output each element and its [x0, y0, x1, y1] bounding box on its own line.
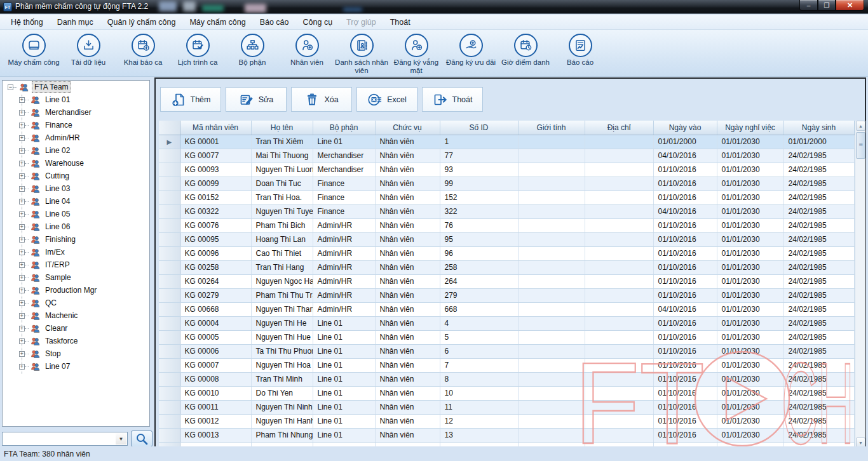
- minimize-button[interactable]: ‒: [799, 0, 818, 11]
- table-cell[interactable]: 77: [440, 149, 518, 163]
- table-cell[interactable]: KG 00668: [180, 302, 251, 316]
- action-button-2[interactable]: Sửa: [226, 87, 287, 112]
- table-cell[interactable]: Admin/HR: [313, 232, 375, 246]
- table-cell[interactable]: KG 00007: [180, 358, 251, 372]
- table-cell[interactable]: 01/10/2016: [653, 218, 717, 232]
- row-selector-cell[interactable]: [159, 204, 180, 218]
- column-header-8[interactable]: Ngày vào: [653, 121, 717, 135]
- table-cell[interactable]: [585, 372, 653, 386]
- table-cell[interactable]: Nhân viên: [375, 274, 440, 288]
- table-cell[interactable]: 322: [440, 204, 518, 218]
- table-cell[interactable]: 01/01/2030: [717, 344, 783, 358]
- tree-node-9[interactable]: +Line 04: [3, 195, 149, 208]
- action-button-3[interactable]: Xóa: [291, 87, 352, 112]
- table-cell[interactable]: Cao Thi Thiet: [251, 246, 313, 260]
- table-cell[interactable]: 24/02/1985: [783, 316, 854, 330]
- table-cell[interactable]: 01/10/2016: [653, 428, 717, 442]
- expand-icon[interactable]: +: [19, 199, 25, 204]
- table-cell[interactable]: 01/01/2030: [717, 232, 783, 246]
- table-cell[interactable]: Finance: [313, 190, 375, 204]
- table-cell[interactable]: [518, 190, 585, 204]
- table-cell[interactable]: KG 00258: [180, 260, 251, 274]
- table-cell[interactable]: Nhân viên: [375, 218, 440, 232]
- table-cell[interactable]: 01/10/2016: [653, 246, 717, 260]
- table-cell[interactable]: [585, 232, 653, 246]
- table-cell[interactable]: KG 00005: [180, 330, 251, 344]
- toolbar-item-8[interactable]: Đăng ký vắng mặt: [389, 34, 444, 75]
- table-row[interactable]: KG 00096Cao Thi ThietAdmin/HRNhân viên96…: [159, 246, 854, 260]
- table-cell[interactable]: KG 00322: [180, 204, 251, 218]
- table-cell[interactable]: KG 00011: [180, 400, 251, 414]
- table-cell[interactable]: Pham Thi Nhung: [251, 428, 313, 442]
- table-cell[interactable]: 24/02/1985: [783, 163, 854, 177]
- table-cell[interactable]: KG 00096: [180, 246, 251, 260]
- toolbar-item-6[interactable]: Nhân viên: [280, 34, 334, 67]
- table-cell[interactable]: 264: [440, 274, 518, 288]
- table-cell[interactable]: Admin/HR: [313, 246, 375, 260]
- table-cell[interactable]: [585, 274, 653, 288]
- table-cell[interactable]: Nhân viên: [375, 386, 440, 400]
- table-cell[interactable]: 01/01/2030: [717, 149, 783, 163]
- tree-node-15[interactable]: +Sample: [3, 271, 149, 284]
- tree-node-5[interactable]: +Line 02: [3, 144, 149, 157]
- table-cell[interactable]: Nguyen Thi Luong: [251, 163, 313, 177]
- toolbar-item-10[interactable]: Giờ điểm danh: [498, 34, 553, 67]
- table-cell[interactable]: [518, 274, 585, 288]
- table-row[interactable]: KG 00322Nguyen Thi TuyetFinanceNhân viên…: [159, 204, 854, 218]
- table-cell[interactable]: 01/01/2030: [717, 135, 783, 149]
- table-cell[interactable]: 04/10/2016: [653, 149, 717, 163]
- table-cell[interactable]: KG 00099: [180, 177, 251, 190]
- table-cell[interactable]: 24/02/1985: [783, 204, 854, 218]
- expand-icon[interactable]: +: [19, 148, 25, 154]
- tree-node-22[interactable]: +Line 07: [3, 360, 149, 373]
- table-cell[interactable]: 01/10/2016: [653, 232, 717, 246]
- column-header-3[interactable]: Bộ phận: [313, 121, 375, 135]
- table-row[interactable]: ▶KG 00001Tran Thi XiêmLine 01Nhân viên10…: [159, 135, 854, 149]
- toolbar-item-7[interactable]: Danh sách nhân viên: [334, 34, 389, 75]
- tree-node-17[interactable]: +QC: [3, 297, 149, 309]
- restore-button[interactable]: ❐: [818, 0, 836, 11]
- table-cell[interactable]: 6: [440, 344, 518, 358]
- row-selector-cell[interactable]: [159, 232, 180, 246]
- expand-icon[interactable]: +: [19, 300, 25, 306]
- tree-node-13[interactable]: +Im/Ex: [3, 246, 149, 258]
- table-cell[interactable]: 668: [440, 302, 518, 316]
- table-cell[interactable]: 93: [440, 163, 518, 177]
- table-cell[interactable]: 4: [440, 316, 518, 330]
- table-cell[interactable]: [518, 302, 585, 316]
- table-row[interactable]: KG 00668Nguyen Thi Than...Admin/HRNhân v…: [159, 302, 854, 316]
- table-row[interactable]: KG 00258Tran Thi HangAdmin/HRNhân viên25…: [159, 260, 854, 274]
- expand-icon[interactable]: +: [19, 123, 25, 128]
- table-cell[interactable]: 11: [440, 400, 518, 414]
- column-header-2[interactable]: Họ tên: [251, 121, 313, 135]
- expand-icon[interactable]: +: [19, 135, 25, 141]
- table-cell[interactable]: 24/02/1985: [783, 414, 854, 428]
- table-cell[interactable]: Tran Thi Hang: [251, 260, 313, 274]
- table-cell[interactable]: KG 00010: [180, 386, 251, 400]
- table-cell[interactable]: 24/02/1985: [783, 386, 854, 400]
- table-cell[interactable]: Tran Thi Xiêm: [251, 135, 313, 149]
- table-cell[interactable]: Hoang Thi Lan: [251, 232, 313, 246]
- table-cell[interactable]: Tran Thi Hoa.: [251, 190, 313, 204]
- table-cell[interactable]: 01/01/2030: [717, 177, 783, 190]
- row-selector-cell[interactable]: [159, 358, 180, 372]
- table-cell[interactable]: 24/02/1985: [783, 177, 854, 190]
- table-cell[interactable]: [518, 204, 585, 218]
- table-cell[interactable]: [585, 135, 653, 149]
- expand-icon[interactable]: +: [19, 173, 25, 179]
- expand-icon[interactable]: +: [19, 313, 25, 319]
- table-row[interactable]: KG 00099Doan Thi TucFinanceNhân viên9901…: [159, 177, 854, 190]
- column-header-9[interactable]: Ngày nghỉ việc: [717, 121, 783, 135]
- menu-item-4[interactable]: Máy chấm công: [182, 16, 252, 29]
- table-cell[interactable]: KG 00093: [180, 163, 251, 177]
- table-cell[interactable]: KG 00264: [180, 274, 251, 288]
- table-cell[interactable]: 01/10/2016: [653, 177, 717, 190]
- table-cell[interactable]: 24/02/1985: [783, 218, 854, 232]
- table-cell[interactable]: 01/01/2030: [717, 218, 783, 232]
- table-cell[interactable]: 24/02/1985: [783, 400, 854, 414]
- table-cell[interactable]: 258: [440, 260, 518, 274]
- row-selector-header[interactable]: [159, 121, 180, 135]
- table-cell[interactable]: [585, 246, 653, 260]
- table-cell[interactable]: Nhân viên: [375, 330, 440, 344]
- table-cell[interactable]: 01/10/2016: [653, 163, 717, 177]
